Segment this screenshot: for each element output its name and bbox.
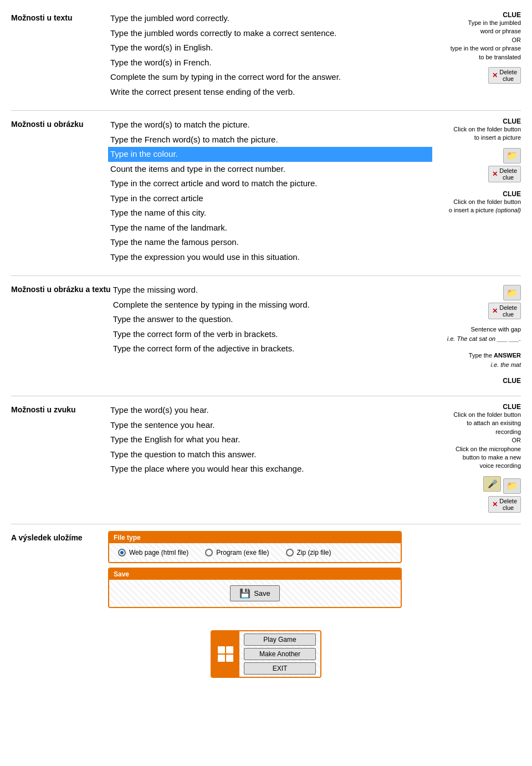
radio-exe-dot [205,549,213,556]
image-option-7[interactable]: Type the name of this city. [108,206,432,221]
image-delete-label: Deleteclue [499,167,517,181]
play-box: Play Game Make Another EXIT [211,630,321,678]
divider-3 [11,396,521,396]
image-option-1[interactable]: Type the word(s) to match the picture. [108,118,432,132]
image-text-option-4[interactable]: Type the correct form of the verb in bra… [111,327,432,342]
radio-web-dot [118,549,126,556]
text-right-panel: CLUE Type in the jumbledword or phraseOR… [432,11,521,84]
play-icon-area [212,631,239,677]
image-section-label: Možnosti u obrázku [11,118,108,129]
folder-icon-2: 📁 [507,288,518,298]
grid-cell-3 [218,655,225,662]
text-option-4[interactable]: Type the word(s) in French. [108,55,432,70]
text-option-1[interactable]: Type the jumbled word correctly. [108,11,432,26]
image-option-2[interactable]: Type the French word(s) to match the pic… [108,132,432,147]
radio-web[interactable]: Web page (html file) [118,549,188,556]
save-section-row: A výsledek uložíme File type Web page (h… [11,531,521,608]
image-text-right-panel: 📁 ✕ Deleteclue Sentence with gap i.e. Th… [432,283,521,385]
floppy-icon: 💾 [239,588,250,599]
delete-x-icon-2: ✕ [492,170,498,178]
image-option-5[interactable]: Type in the correct article and word to … [108,176,432,191]
sound-option-1[interactable]: Type the word(s) you hear. [108,403,432,418]
sentence-info: Sentence with gap i.e. The cat sat on __… [447,325,521,343]
image-text-option-2[interactable]: Complete the sentence by typing in the m… [111,298,432,313]
sound-option-5[interactable]: Type the place where you would hear this… [108,462,432,477]
radio-web-label: Web page (html file) [129,549,188,556]
radio-exe[interactable]: Program (exe file) [205,549,269,556]
radio-zip[interactable]: Zip (zip file) [286,549,331,556]
image-clue-label-1: CLUE [503,118,521,125]
sound-section-label: Možnosti u zvuku [11,403,108,414]
image-text-clue-label: CLUE [503,377,521,385]
delete-x-icon: ✕ [492,72,498,79]
text-option-6[interactable]: Write the correct present tense ending o… [108,85,432,100]
image-option-6[interactable]: Type in the correct article [108,191,432,206]
image-text-folder-button[interactable]: 📁 [503,285,521,300]
image-text-option-1[interactable]: Type the missing word. [111,283,432,298]
text-option-2[interactable]: Type the jumbled words correctly to make… [108,26,432,41]
text-clue-label: CLUE [503,11,521,19]
play-buttons: Play Game Make Another EXIT [239,631,320,677]
sound-delete-label: Deleteclue [499,498,517,511]
sound-option-2[interactable]: Type the sentence you hear. [108,418,432,433]
text-option-5[interactable]: Complete the sum by typing in the correc… [108,70,432,85]
image-option-10[interactable]: Type the expression you would use in thi… [108,250,432,265]
save-body: 💾 Save [109,580,401,607]
save-section-label: A výsledek uložíme [11,531,108,542]
file-type-body: Web page (html file) Program (exe file) … [109,543,401,562]
divider-4 [11,524,521,524]
sound-clue-desc: Click on the folder buttonto attach an e… [453,411,521,471]
image-text-section-title: Možnosti u obrázku a textu [11,285,111,294]
image-delete-button[interactable]: ✕ Deleteclue [488,166,521,182]
sound-delete-button[interactable]: ✕ Deleteclue [488,496,521,513]
sound-folder-button[interactable]: 📁 [503,478,521,494]
answer-info: Type the ANSWER i.e. the mat [469,351,521,369]
image-text-section: Možnosti u obrázku a textu Type the miss… [11,283,521,385]
text-options-list: Type the jumbled word correctly. Type th… [108,11,432,99]
image-option-4[interactable]: Count the items and type in the correct … [108,162,432,177]
image-option-8[interactable]: Type the name of the landmark. [108,221,432,236]
mic-icon: 🎤 [488,479,497,488]
folder-icon-1: 📁 [507,150,518,161]
exit-button[interactable]: EXIT [244,662,316,675]
make-another-button[interactable]: Make Another [244,648,316,660]
image-text-option-5[interactable]: Type the correct form of the adjective i… [111,341,432,356]
sound-buttons-row: 🎤 📁 [483,476,521,494]
sound-option-4[interactable]: Type the question to match this answer. [108,447,432,462]
image-text-delete-button[interactable]: ✕ Deleteclue [488,303,521,319]
divider-2 [11,275,521,276]
answer-example: i.e. the mat [469,360,521,370]
image-right-panel: CLUE Click on the folder buttonto insert… [432,118,521,218]
sound-mic-button[interactable]: 🎤 [483,476,501,492]
sound-options-list: Type the word(s) you hear. Type the sent… [108,403,432,477]
play-game-button[interactable]: Play Game [244,634,316,646]
image-text-section-label: Možnosti u obrázku a textu [11,283,111,294]
save-button-label: Save [254,589,270,598]
sound-right-panel: CLUE Click on the folder buttonto attach… [432,403,521,513]
image-option-3[interactable]: Type in the colour. [108,147,432,162]
radio-zip-dot [286,549,294,556]
image-text-option-3[interactable]: Type the answer to the question. [111,312,432,327]
image-clue-desc-1: Click on the folder buttonto insert a pi… [453,125,521,142]
sound-clue-label: CLUE [503,403,521,411]
save-header: Save [109,569,401,580]
text-delete-button[interactable]: ✕ Deleteclue [488,67,521,84]
save-box: Save 💾 Save [108,568,402,608]
delete-x-icon-3: ✕ [492,307,498,315]
image-folder-button-1[interactable]: 📁 [503,148,521,164]
file-type-header: File type [109,532,401,543]
grid-cell-4 [226,655,233,662]
save-button[interactable]: 💾 Save [230,585,280,601]
image-text-delete-label: Deleteclue [499,304,517,318]
text-option-3[interactable]: Type the word(s) in English. [108,40,432,55]
grid-cell-2 [226,646,233,653]
sound-option-3[interactable]: Type the English for what you hear. [108,432,432,447]
answer-label: Type the ANSWER [469,351,521,360]
text-clue-desc: Type in the jumbledword or phraseORtype … [451,19,521,62]
sound-section: Možnosti u zvuku Type the word(s) you he… [11,403,521,513]
image-text-options-list: Type the missing word. Complete the sent… [111,283,432,356]
image-option-9[interactable]: Type the name the famous person. [108,235,432,250]
image-clue-desc-2: Click on the folder buttono insert a pic… [449,198,521,215]
grid-cell-1 [218,646,225,653]
radio-exe-label: Program (exe file) [216,549,269,556]
